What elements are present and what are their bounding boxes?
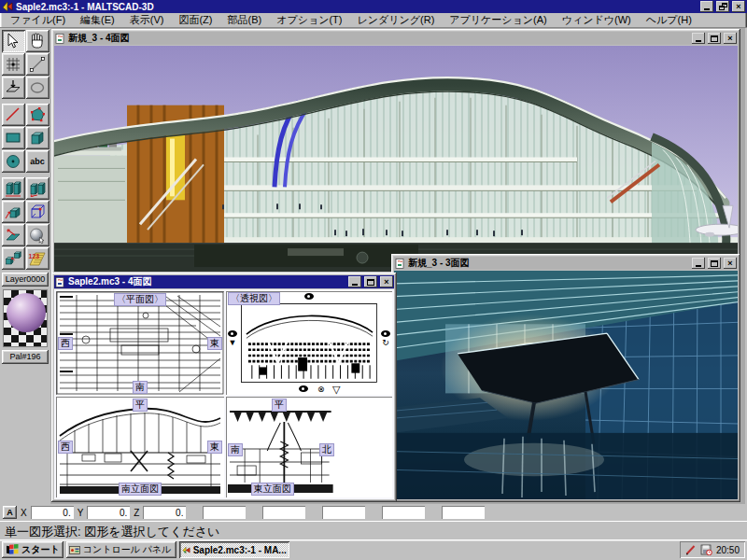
app-titlebar[interactable]: Saple2.mc3:-1 - MALTSCAD-3D × (0, 0, 747, 13)
menu-parts[interactable]: 部品(B) (220, 12, 268, 28)
east-elev-north-label: 北 (319, 443, 334, 456)
rectangle-tool[interactable] (2, 127, 25, 149)
viewpoint-up-icon[interactable] (304, 293, 314, 301)
start-label: スタート (21, 543, 60, 556)
document-icon (395, 259, 405, 269)
window-render-3view: 新規_3 - 3面図 × (391, 254, 740, 502)
coord-extra-input-3[interactable] (322, 506, 365, 519)
menu-rendering[interactable]: レンダリング(R) (350, 12, 441, 28)
plan-view-pane[interactable]: 〈平面図〉 西 東 南 (56, 291, 224, 395)
grid-snap-tool[interactable] (2, 53, 25, 76)
minimize-button[interactable] (700, 1, 713, 12)
viewpoint-left-icon[interactable]: ▼ (228, 330, 237, 347)
x-label: X (21, 508, 27, 518)
menu-drawing[interactable]: 図面(Z) (172, 12, 218, 28)
dimension-tool[interactable]: 123 (26, 247, 49, 270)
ellipse-tool[interactable] (26, 77, 49, 99)
box-icon (28, 129, 47, 147)
restore-button[interactable] (716, 1, 729, 12)
menu-help[interactable]: ヘルプ(H) (640, 12, 698, 28)
render4-close-button[interactable]: × (724, 33, 737, 44)
coord-extra-input-1[interactable] (203, 506, 246, 519)
task-control-panel-label: コントロール パネル (83, 543, 172, 556)
perspective-view-pane[interactable]: 〈透視図〉 ▼ ↻ ⊗ ▽ (226, 291, 392, 395)
coord-extra-input-5[interactable] (442, 506, 485, 519)
select-arrow-tool[interactable] (2, 30, 25, 52)
prism-pair-icon (28, 179, 47, 198)
viewpoint-drop-icon[interactable]: ▽ (332, 385, 340, 394)
disk-clock-tray-icon[interactable] (700, 544, 712, 555)
ellipse-icon (28, 78, 47, 97)
layer-button[interactable]: Layer0000 (2, 273, 49, 287)
east-elev-plan-label: 平 (272, 399, 287, 412)
line-segment-tool[interactable] (26, 53, 49, 76)
cube-copy-tool[interactable] (2, 247, 25, 270)
cad-maximize-button[interactable] (364, 276, 377, 287)
prism-pair-tool[interactable] (26, 177, 49, 200)
plan-west-label: 西 (58, 337, 73, 350)
text-tool[interactable]: abc (26, 150, 49, 173)
east-elevation-pane[interactable]: 平 南 北 東立面図 (226, 397, 392, 497)
east-elevation-label: 東立面図 (251, 483, 294, 496)
tool-palette: abc 123 Layer0000 Pal#196 (0, 28, 50, 504)
render3-maximize-button[interactable] (708, 258, 721, 269)
material-sphere-icon (7, 293, 46, 332)
viewpoint-down-icon[interactable] (299, 385, 308, 394)
close-button[interactable]: × (732, 1, 745, 12)
menu-options[interactable]: オプション(T) (270, 12, 348, 28)
render-sphere-tool[interactable] (26, 224, 49, 246)
render4-minimize-button[interactable] (692, 33, 705, 44)
pen-tray-icon[interactable] (685, 544, 697, 555)
menu-file[interactable]: ファイル(F) (4, 12, 72, 28)
grid-snap-icon (4, 55, 22, 74)
maltscad-task-icon (182, 545, 190, 555)
menu-edit[interactable]: 編集(E) (74, 12, 121, 28)
circle-tool[interactable] (2, 150, 25, 173)
viewpoint-disable-icon[interactable]: ⊗ (317, 385, 325, 394)
wire-cube-tool[interactable] (26, 201, 49, 223)
coord-z-input[interactable] (143, 506, 186, 519)
polyline-tool[interactable] (2, 104, 25, 126)
menu-applications[interactable]: アプリケーション(A) (443, 12, 553, 28)
app-icon (2, 1, 13, 12)
menubar: ファイル(F) 編集(E) 表示(V) 図面(Z) 部品(B) オプション(T)… (0, 13, 747, 28)
pan-hand-tool[interactable] (26, 30, 49, 52)
viewpoint-rotate-icon[interactable]: ↻ (381, 330, 390, 347)
render3-close-button[interactable]: × (724, 258, 737, 269)
polygon-tool[interactable] (26, 104, 49, 126)
task-control-panel[interactable]: コントロール パネル (66, 541, 176, 558)
coord-x-input[interactable] (31, 506, 74, 519)
control-panel-icon (69, 545, 80, 555)
document-icon (55, 34, 65, 44)
box-edit-tool[interactable] (2, 201, 25, 223)
render4-maximize-button[interactable] (708, 33, 721, 44)
plan-title-label: 〈平面図〉 (114, 293, 166, 306)
south-elevation-pane[interactable]: 平 西 東 南立面図 (56, 397, 224, 497)
menu-window[interactable]: ウィンドウ(W) (556, 12, 638, 28)
coord-extra-input-2[interactable] (262, 506, 305, 519)
face-move-tool[interactable] (2, 224, 25, 246)
maltscad-app-window: Saple2.mc3:-1 - MALTSCAD-3D × ファイル(F) 編集… (0, 0, 747, 539)
render3-titlebar[interactable]: 新規_3 - 3面図 × (394, 257, 738, 270)
render3-minimize-button[interactable] (692, 258, 705, 269)
box-tool[interactable] (26, 127, 49, 149)
plane-drop-tool[interactable] (2, 77, 25, 99)
column-pair-tool[interactable] (2, 177, 25, 200)
cad-titlebar[interactable]: Saple2.mc3 - 4面図 × (54, 275, 394, 288)
menu-view[interactable]: 表示(V) (123, 12, 171, 28)
render4-viewport[interactable] (54, 46, 738, 272)
cube-copy-icon (4, 249, 22, 268)
task-maltscad[interactable]: Saple2.mc3:-1 - MA... (179, 541, 289, 558)
render4-titlebar[interactable]: 新規_3 - 4面図 × (54, 32, 738, 45)
coord-y-input[interactable] (87, 506, 130, 519)
cad-close-button[interactable]: × (380, 276, 393, 287)
coord-extra-input-4[interactable] (382, 506, 425, 519)
start-button[interactable]: スタート (2, 541, 63, 558)
angle-mode-button[interactable]: A (3, 506, 17, 519)
palette-button[interactable]: Pal#196 (2, 350, 49, 364)
perspective-drawing (241, 303, 377, 383)
perspective-canvas[interactable] (241, 303, 377, 383)
render3-viewport[interactable] (394, 271, 738, 499)
cad-minimize-button[interactable] (348, 276, 361, 287)
material-preview[interactable] (3, 289, 48, 347)
